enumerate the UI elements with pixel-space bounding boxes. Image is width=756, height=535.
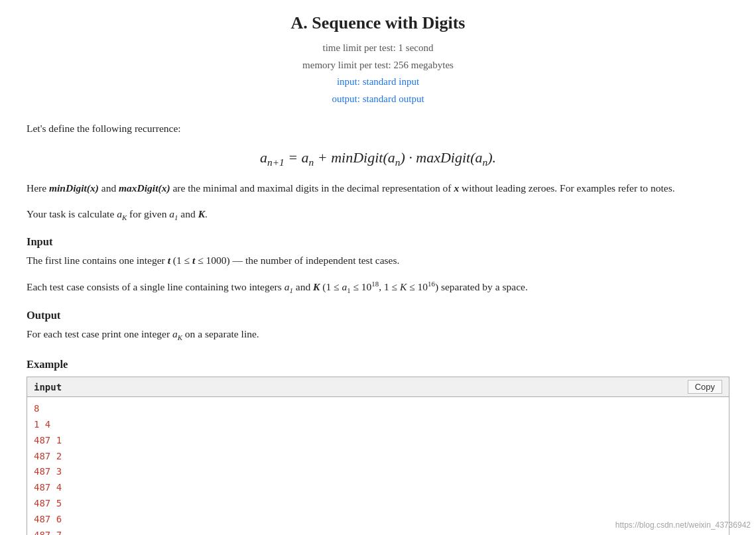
code-line-7: 487 5	[34, 496, 722, 512]
input-heading: Input	[27, 235, 729, 249]
code-block-body: 8 1 4 487 1 487 2 487 3 487 4 487 5 487 …	[27, 397, 729, 535]
output-type: output: standard output	[27, 91, 729, 108]
input-type: input: standard input	[27, 74, 729, 91]
page-title: A. Sequence with Digits	[27, 13, 729, 33]
watermark: https://blog.csdn.net/weixin_43736942	[615, 520, 751, 530]
code-line-2: 1 4	[34, 417, 722, 433]
memory-limit: memory limit per test: 256 megabytes	[27, 57, 729, 74]
description-paragraph-2: Your task is calculate aK for given a1 a…	[27, 206, 729, 223]
code-line-5: 487 3	[34, 464, 722, 480]
intro-paragraph: Let's define the following recurrence:	[27, 121, 729, 137]
formula-display: an+1 = an + minDigit(an) · maxDigit(an).	[27, 149, 729, 168]
example-heading: Example	[27, 358, 729, 371]
code-block-header: input Copy	[27, 377, 729, 397]
copy-button[interactable]: Copy	[688, 380, 722, 394]
description-paragraph-1: Here minDigit(x) and maxDigit(x) are the…	[27, 180, 729, 197]
output-text-1: For each test case print one integer aK …	[27, 326, 729, 343]
input-text-1: The first line contains one integer t (1…	[27, 253, 729, 269]
code-line-1: 8	[34, 401, 722, 417]
output-heading: Output	[27, 309, 729, 322]
meta-block: time limit per test: 1 second memory lim…	[27, 40, 729, 107]
code-line-4: 487 2	[34, 449, 722, 465]
code-block-label: input	[34, 382, 62, 392]
code-line-6: 487 4	[34, 480, 722, 496]
code-block: input Copy 8 1 4 487 1 487 2 487 3 487 4…	[27, 377, 729, 535]
time-limit: time limit per test: 1 second	[27, 40, 729, 57]
input-text-2: Each test case consists of a single line…	[27, 278, 729, 297]
code-line-3: 487 1	[34, 433, 722, 449]
